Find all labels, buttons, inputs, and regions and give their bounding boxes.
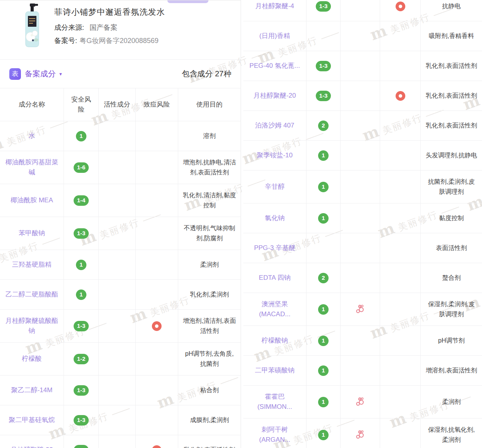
acne-cell xyxy=(380,203,421,233)
active-cell xyxy=(99,151,136,184)
safety-cell: 1-3 xyxy=(64,405,99,435)
acne-cell xyxy=(136,405,178,435)
purpose-cell: 乳化剂,柔润剂 xyxy=(178,280,241,309)
table-row[interactable]: 聚乙二醇-14M 1-3 粘合剂 xyxy=(0,376,241,405)
active-cell xyxy=(341,0,380,21)
ingredient-name-link[interactable]: 柠檬酸 xyxy=(0,343,64,375)
left-panel: 菲诗小铺梦中邂逅香氛洗发水 成分来源:国产备案 备案号:粤G妆网备字202008… xyxy=(0,0,241,448)
safety-risk-badge: 1 xyxy=(318,397,329,407)
table-row[interactable]: 月桂醇聚醚-23 1-3 乳化剂,表面活性剂 xyxy=(0,435,241,448)
ingredient-name-link[interactable]: 刺阿干树 (ARGAN... xyxy=(243,419,306,448)
safety-cell: 1-3 xyxy=(64,376,99,405)
table-row[interactable]: 泊洛沙姆 407 2 乳化剂,表面活性剂 xyxy=(243,111,482,141)
safety-cell: 2 xyxy=(306,263,341,293)
ingredient-name-link[interactable]: 霍霍巴 (SIMMON... xyxy=(243,386,306,418)
table-row[interactable]: 氯化钠 1 黏度控制 xyxy=(243,203,482,233)
ingredient-name-link[interactable]: 聚季铵盐-10 xyxy=(243,141,306,170)
ingredient-name-link[interactable]: 聚二甲基硅氧烷 xyxy=(0,405,64,435)
safety-cell: 1 xyxy=(306,171,341,203)
purpose-cell: 头发调理剂,抗静电 xyxy=(421,141,482,170)
ingredient-name-link[interactable]: EDTA 四钠 xyxy=(243,263,306,293)
table-row[interactable]: PPG-3 辛基醚 表面活性剂 xyxy=(243,233,482,263)
acne-cell xyxy=(380,141,421,170)
left-rows: 水 1 溶剂 椰油酰胺丙基甜菜碱 1-6 增泡剂,抗静电,清洁剂,表面活性剂 椰… xyxy=(0,121,241,448)
ingredient-name-link[interactable]: 辛甘醇 xyxy=(243,171,306,203)
safety-cell: 1 xyxy=(306,419,341,448)
acne-cell xyxy=(380,326,421,355)
table-row[interactable]: 辛甘醇 1 抗菌剂,柔润剂,皮肤调理剂 xyxy=(243,171,482,203)
ingredient-name-link[interactable]: 月桂醇聚醚-23 xyxy=(0,435,64,448)
table-row[interactable]: 水 1 溶剂 xyxy=(0,121,241,151)
ingredient-name-link[interactable]: 乙二醇二硬脂酸酯 xyxy=(0,280,64,309)
ingredient-name-link[interactable]: PPG-3 辛基醚 xyxy=(243,233,306,263)
ingredient-name-link[interactable]: 苯甲酸钠 xyxy=(0,217,64,250)
purpose-cell: 溶剂 xyxy=(178,121,241,151)
table-row[interactable]: 澳洲坚果 (MACAD... 1 保湿剂,柔润剂,皮肤调理剂 xyxy=(243,293,482,326)
safety-cell: 1 xyxy=(64,250,99,279)
table-row[interactable]: 月桂醇聚醚-20 1-3 乳化剂,表面活性剂 xyxy=(243,81,482,111)
purpose-cell: pH调节剂 xyxy=(421,326,482,355)
acne-cell xyxy=(136,250,178,279)
ingredient-name-link[interactable]: 二甲苯磺酸钠 xyxy=(243,356,306,385)
ingredient-name-link[interactable]: 聚乙二醇-14M xyxy=(0,376,64,405)
table-row[interactable]: 霍霍巴 (SIMMON... 1 柔润剂 xyxy=(243,386,482,419)
ingredient-name-link[interactable]: PEG-40 氢化蓖... xyxy=(243,51,306,81)
active-cell xyxy=(341,326,380,355)
table-row[interactable]: 乙二醇二硬脂酸酯 1 乳化剂,柔润剂 xyxy=(0,280,241,310)
safety-risk-badge: 1-3 xyxy=(74,415,89,426)
acne-cell xyxy=(380,263,421,293)
ingredient-name-link[interactable]: (日用)香精 xyxy=(243,21,306,51)
table-row[interactable]: 月桂醇聚醚-4 1-3 抗静电 xyxy=(243,0,482,21)
safety-risk-badge: 1-4 xyxy=(74,195,89,206)
acne-cell xyxy=(380,293,421,326)
purpose-cell: pH调节剂,去角质,抗菌剂 xyxy=(178,343,241,375)
table-row[interactable]: 刺阿干树 (ARGAN... 1 保湿剂,抗氧化剂,柔润剂 xyxy=(243,419,482,448)
table-row[interactable]: 三羟基硬脂精 1 柔润剂 xyxy=(0,250,241,280)
table-row[interactable]: (日用)香精 吸附剂,香精香料 xyxy=(243,21,482,51)
acne-cell xyxy=(380,233,421,263)
ingredient-name-link[interactable]: 氯化钠 xyxy=(243,203,306,233)
ingredient-name-link[interactable]: 水 xyxy=(0,121,64,151)
active-cell xyxy=(341,233,380,263)
ingredient-name-link[interactable]: 三羟基硬脂精 xyxy=(0,250,64,279)
ingredient-name-link[interactable]: 柠檬酸钠 xyxy=(243,326,306,355)
acne-cell xyxy=(136,151,178,184)
active-cell xyxy=(341,356,380,385)
active-cell xyxy=(341,263,380,293)
active-cell xyxy=(99,376,136,405)
tab-registered-ingredients[interactable]: 表 备案成分 ▼ xyxy=(9,68,63,80)
safety-cell: 1-3 xyxy=(64,310,99,342)
table-row[interactable]: 柠檬酸钠 1 pH调节剂 xyxy=(243,326,482,356)
table-row[interactable]: 苯甲酸钠 1-3 不透明剂,气味抑制剂,防腐剂 xyxy=(0,217,241,250)
ingredient-name-link[interactable]: 泊洛沙姆 407 xyxy=(243,111,306,140)
acne-cell xyxy=(136,280,178,309)
acne-cell xyxy=(136,343,178,375)
active-cell xyxy=(99,184,136,217)
ingredient-name-link[interactable]: 澳洲坚果 (MACAD... xyxy=(243,293,306,326)
table-row[interactable]: 聚季铵盐-10 1 头发调理剂,抗静电 xyxy=(243,141,482,171)
table-row[interactable]: PEG-40 氢化蓖... 1-3 乳化剂,表面活性剂 xyxy=(243,51,482,81)
ingredient-name-link[interactable]: 椰油酰胺 MEA xyxy=(0,184,64,217)
cutoff-pill xyxy=(167,0,208,3)
safety-cell: 1-6 xyxy=(64,151,99,184)
header-cell: 致痘风险 xyxy=(136,88,178,121)
table-row[interactable]: 椰油酰胺丙基甜菜碱 1-6 增泡剂,抗静电,清洁剂,表面活性剂 xyxy=(0,151,241,184)
ingredient-name-link[interactable]: 月桂醇聚醚-20 xyxy=(243,81,306,110)
table-row[interactable]: 聚二甲基硅氧烷 1-3 成膜剂,柔润剂 xyxy=(0,405,241,435)
table-row[interactable]: 柠檬酸 1-2 pH调节剂,去角质,抗菌剂 xyxy=(0,343,241,376)
safety-risk-badge: 1-3 xyxy=(74,445,89,448)
ingredient-name-link[interactable]: 椰油酰胺丙基甜菜碱 xyxy=(0,151,64,184)
product-image[interactable] xyxy=(20,3,42,50)
table-row[interactable]: 二甲苯磺酸钠 1 增溶剂,表面活性剂 xyxy=(243,356,482,386)
table-row[interactable]: 月桂醇聚醚硫酸酯钠 1-3 增泡剂,清洁剂,表面活性剂 xyxy=(0,310,241,343)
table-row[interactable]: 椰油酰胺 MEA 1-4 乳化剂,清洁剂,黏度控制 xyxy=(0,184,241,217)
purpose-cell: 保湿剂,抗氧化剂,柔润剂 xyxy=(421,419,482,448)
ingredient-name-link[interactable]: 月桂醇聚醚-4 xyxy=(243,0,306,21)
purpose-cell: 乳化剂,表面活性剂 xyxy=(421,51,482,81)
table-row[interactable]: EDTA 四钠 2 螯合剂 xyxy=(243,263,482,293)
ingredient-name-link[interactable]: 月桂醇聚醚硫酸酯钠 xyxy=(0,310,64,342)
acne-cell xyxy=(136,435,178,448)
safety-cell: 1 xyxy=(64,280,99,309)
purpose-cell: 黏度控制 xyxy=(421,203,482,233)
acne-cell xyxy=(380,386,421,418)
